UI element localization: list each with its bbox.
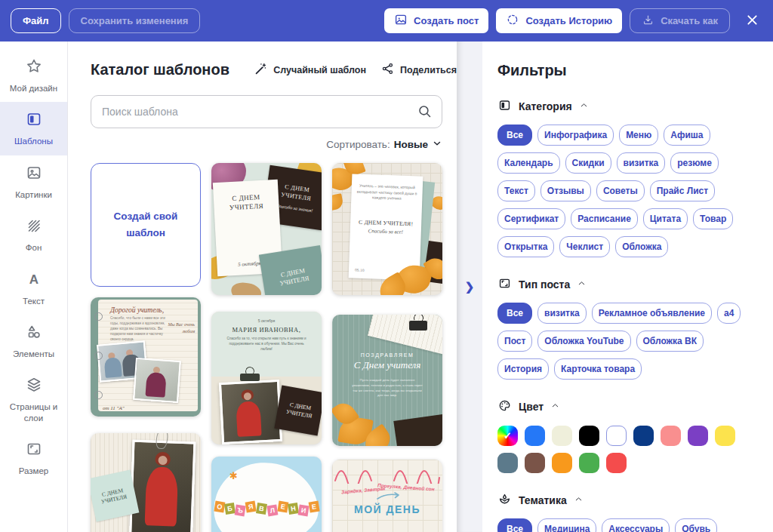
template-card-autumn[interactable]: Учитель – это человек, который вкладывае… [332, 163, 442, 295]
filter-chip-резюме[interactable]: резюме [670, 152, 719, 174]
filter-chip-Цитата[interactable]: Цитата [643, 208, 688, 229]
filter-chip-Обложка YouTube[interactable]: Обложка YouTube [537, 331, 630, 352]
sort-control[interactable]: Сортировать: Новые [91, 138, 442, 151]
filter-chip-Открытка[interactable]: Открытка [497, 236, 554, 257]
filter-chip-Все[interactable]: Все [497, 303, 532, 324]
color-swatch-000000[interactable] [579, 426, 599, 446]
filter-chip-Все[interactable]: Все [497, 518, 532, 532]
sort-label: Сортировать: [326, 139, 390, 150]
color-swatch-5c7a8b[interactable] [497, 453, 518, 473]
share-button[interactable]: Поделиться [381, 62, 457, 78]
sidebar-item-templates[interactable]: Шаблоны [0, 102, 67, 155]
sidebar-item-images[interactable]: Картинки [0, 155, 67, 208]
filter-chip-Товар[interactable]: Товар [693, 208, 733, 229]
letter-tile: Я [245, 501, 256, 513]
filter-chip-Афиша[interactable]: Афиша [664, 125, 710, 146]
template-card-notebook[interactable]: Дорогой учитель, Спасибо, что были с нам… [91, 297, 201, 417]
sidebar-item-background[interactable]: Фон [0, 208, 67, 261]
filter-chip-Все[interactable]: Все [497, 125, 532, 146]
dashed-circle-icon [506, 13, 519, 29]
color-swatch-4bae4f[interactable] [579, 453, 599, 473]
color-swatch-7b3fc4[interactable] [688, 426, 708, 446]
search-icon[interactable] [417, 103, 433, 122]
greeting-text: С ДНЕМ УЧИТЕЛЯ! [356, 218, 416, 227]
sidebar-label: Шаблоны [14, 136, 53, 146]
filter-chip-Пост[interactable]: Пост [497, 331, 532, 352]
post-type-chips: ВсевизиткаРекламное объявлениеa4ПостОбло… [497, 303, 758, 380]
filter-chip-Аксессуары[interactable]: Аксессуары [602, 518, 670, 532]
category-icon [497, 98, 512, 115]
close-icon [745, 13, 759, 29]
notebook-signature: от 11 "А" [103, 405, 125, 411]
filter-chip-Скидки[interactable]: Скидки [565, 152, 611, 174]
color-swatch-f8991c[interactable] [552, 453, 572, 473]
create-own-template-card[interactable]: Создай свой шаблон [91, 163, 201, 287]
category-section-header[interactable]: Категория [497, 98, 759, 115]
template-card-maria[interactable]: 5 октября МАРИЯ ИВАНОВНА, Спасибо за то,… [211, 312, 322, 444]
save-changes-button[interactable]: Сохранить изменения [69, 8, 201, 33]
create-post-label: Создать пост [414, 15, 479, 26]
sidebar-item-pages-layers[interactable]: Страницы и слои [0, 367, 67, 432]
filter-chip-Отзывы[interactable]: Отзывы [540, 180, 591, 201]
color-swatch-fce34d[interactable] [715, 426, 735, 446]
filter-chip-Обложка ВК[interactable]: Обложка ВК [636, 331, 704, 352]
filter-chip-Сертификат[interactable]: Сертификат [497, 208, 565, 229]
filter-chip-Обложка[interactable]: Обложка [615, 236, 668, 257]
search-input[interactable] [91, 95, 442, 128]
color-swatch-rainbow[interactable]: ✓ [497, 426, 518, 446]
filter-chip-Карточка товара[interactable]: Карточка товара [554, 358, 642, 380]
sidebar-item-elements[interactable]: Элементы [0, 315, 67, 367]
template-card-photo[interactable]: С ДНЕМ УЧИТЕЛЯ [91, 433, 201, 532]
letter-tile: Н [287, 503, 298, 515]
color-section-header[interactable]: Цвет [497, 398, 759, 415]
greeting-date: 5 октября [238, 260, 261, 268]
photo-thumbnail [129, 440, 196, 532]
filter-chip-Обувь[interactable]: Обувь [675, 518, 717, 532]
filter-chip-Расписание[interactable]: Расписание [571, 208, 638, 229]
template-card-flowers[interactable]: С ДНЕМ УЧИТЕЛЯ Спасибо за знания! С ДНЕМ… [211, 163, 322, 295]
sidebar-item-text[interactable]: А Текст [0, 262, 67, 315]
filter-chip-Прайс Лист[interactable]: Прайс Лист [650, 180, 715, 201]
filter-chip-Чеклист[interactable]: Чеклист [559, 236, 610, 257]
create-story-button[interactable]: Создать Историю [496, 8, 622, 33]
filters-title: Фильтры [497, 62, 759, 79]
color-swatch-2578f7[interactable] [525, 426, 545, 446]
filter-chip-визитка[interactable]: визитка [617, 152, 666, 174]
filter-chip-История[interactable]: История [497, 358, 549, 380]
filter-chip-Календарь[interactable]: Календарь [497, 152, 560, 174]
color-swatch-ffffff[interactable] [606, 426, 627, 446]
image-icon [25, 164, 43, 185]
close-button[interactable] [742, 10, 762, 32]
letter-tile: Л [266, 505, 278, 517]
filter-section-post-type: Тип поста ВсевизиткаРекламное объявление… [497, 276, 759, 380]
filter-chip-визитка[interactable]: визитка [537, 303, 587, 324]
filter-section-category: Категория ВсеИнфографикаМенюАфишаКаленда… [497, 98, 759, 257]
file-button[interactable]: Файл [11, 8, 61, 33]
create-post-button[interactable]: Создать пост [384, 8, 488, 33]
color-swatch-7a5448[interactable] [525, 453, 545, 473]
filter-chip-Рекламное объявление[interactable]: Рекламное объявление [592, 303, 712, 324]
collapse-panel-button[interactable]: ❯ [460, 275, 479, 298]
filter-chip-Медицина[interactable]: Медицина [537, 518, 596, 532]
random-template-button[interactable]: Случайный шаблон [254, 62, 366, 78]
filter-chip-Меню[interactable]: Меню [619, 125, 658, 146]
filter-chip-Текст[interactable]: Текст [497, 180, 535, 201]
color-swatch-f98f8f[interactable] [661, 426, 681, 446]
color-swatch-f44c4c[interactable] [606, 453, 627, 473]
chevron-right-icon: ❯ [465, 280, 475, 293]
filter-chip-a4[interactable]: a4 [717, 303, 741, 324]
template-card-greeting[interactable]: ПОЗДРАВЛЯЕМ С Днем учителя Пусть каждый … [332, 315, 442, 446]
template-card-my-day[interactable]: Зарядка, Завтрак Прогулка, Дневной сон М… [332, 460, 442, 532]
template-card-announcement[interactable]: ✱ ОБЪЯВЛЕНИЕ [211, 457, 322, 532]
template-grid: Создай свой шаблон Дорогой учитель, Спас… [91, 163, 457, 532]
color-swatch-efefdb[interactable] [552, 426, 572, 446]
color-swatch-0a3a85[interactable] [633, 426, 654, 446]
post-type-section-header[interactable]: Тип поста [497, 276, 759, 293]
theme-section-header[interactable]: Тематика [497, 492, 759, 509]
filter-chip-Инфографика[interactable]: Инфографика [537, 125, 614, 146]
sidebar-item-my-design[interactable]: Мой дизайн [0, 49, 67, 102]
filter-chip-Советы[interactable]: Советы [596, 180, 645, 201]
image-icon [394, 13, 408, 29]
download-as-button[interactable]: Скачать как [630, 8, 730, 33]
sidebar-item-size[interactable]: Размер [0, 432, 67, 484]
